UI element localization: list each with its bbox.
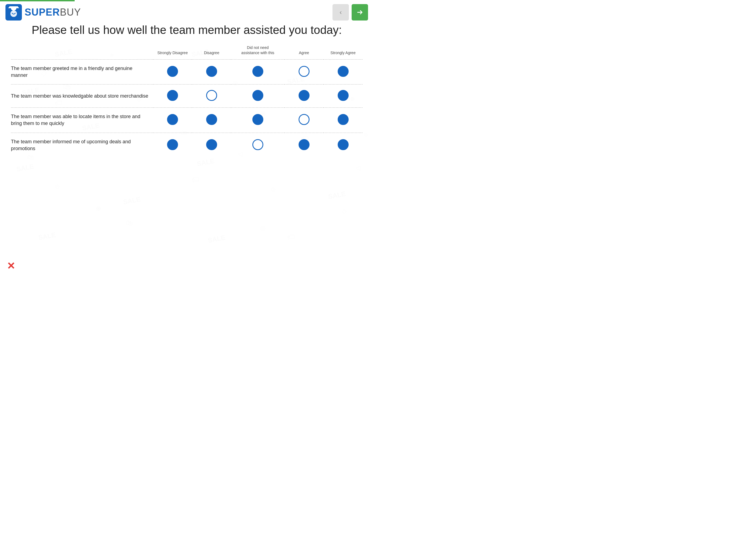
radio-agree-3[interactable] xyxy=(299,139,310,150)
radio-cell-did_not_need-0[interactable] xyxy=(231,59,284,84)
radio-strongly_disagree-0[interactable] xyxy=(167,66,178,77)
column-header-strongly-agree: Strongly Agree xyxy=(324,45,363,59)
logo-super: SUPER xyxy=(25,6,60,18)
survey-row: The team member greeted me in a friendly… xyxy=(11,59,363,84)
survey-row: The team member was knowledgable about s… xyxy=(11,84,363,108)
forward-button[interactable] xyxy=(352,4,368,21)
radio-agree-1[interactable] xyxy=(299,90,310,101)
radio-cell-disagree-0[interactable] xyxy=(192,59,231,84)
close-button[interactable]: ✕ xyxy=(7,260,15,272)
radio-agree-0[interactable] xyxy=(299,66,310,77)
radio-cell-strongly_agree-2[interactable] xyxy=(324,108,363,133)
survey-header-row: Strongly Disagree Disagree Did not needa… xyxy=(11,45,363,59)
radio-strongly_agree-0[interactable] xyxy=(338,66,349,77)
logo-icon xyxy=(5,4,22,21)
radio-cell-strongly_disagree-3[interactable] xyxy=(153,133,192,157)
column-header-question xyxy=(11,45,153,59)
radio-cell-did_not_need-3[interactable] xyxy=(231,133,284,157)
radio-strongly_disagree-1[interactable] xyxy=(167,90,178,101)
radio-cell-strongly_disagree-0[interactable] xyxy=(153,59,192,84)
radio-cell-disagree-1[interactable] xyxy=(192,84,231,108)
column-header-did-not-need: Did not needassistance with this xyxy=(231,45,284,59)
radio-did_not_need-3[interactable] xyxy=(252,139,263,150)
radio-cell-strongly_disagree-1[interactable] xyxy=(153,84,192,108)
logo-text: SUPERBUY xyxy=(25,6,81,18)
logo-area: SUPERBUY xyxy=(5,4,81,21)
radio-did_not_need-2[interactable] xyxy=(252,114,263,125)
column-header-strongly-disagree: Strongly Disagree xyxy=(153,45,192,59)
radio-cell-strongly_agree-0[interactable] xyxy=(324,59,363,84)
radio-disagree-0[interactable] xyxy=(206,66,217,77)
radio-cell-agree-2[interactable] xyxy=(284,108,324,133)
radio-strongly_agree-1[interactable] xyxy=(338,90,349,101)
svg-point-1 xyxy=(10,10,17,17)
progress-bar xyxy=(0,0,75,1)
radio-cell-strongly_disagree-2[interactable] xyxy=(153,108,192,133)
survey-row: The team member was able to locate items… xyxy=(11,108,363,133)
survey-table: Strongly Disagree Disagree Did not needa… xyxy=(11,45,363,157)
radio-strongly_disagree-2[interactable] xyxy=(167,114,178,125)
survey-row: The team member informed me of upcoming … xyxy=(11,133,363,157)
question-cell-3: The team member informed me of upcoming … xyxy=(11,133,153,157)
radio-disagree-2[interactable] xyxy=(206,114,217,125)
radio-cell-agree-0[interactable] xyxy=(284,59,324,84)
question-cell-1: The team member was knowledgable about s… xyxy=(11,84,153,108)
radio-disagree-3[interactable] xyxy=(206,139,217,150)
radio-cell-agree-1[interactable] xyxy=(284,84,324,108)
radio-strongly_agree-2[interactable] xyxy=(338,114,349,125)
radio-cell-strongly_agree-3[interactable] xyxy=(324,133,363,157)
back-button[interactable]: ‹ xyxy=(333,4,349,21)
radio-strongly_disagree-3[interactable] xyxy=(167,139,178,150)
radio-did_not_need-1[interactable] xyxy=(252,90,263,101)
radio-did_not_need-0[interactable] xyxy=(252,66,263,77)
radio-disagree-1[interactable] xyxy=(206,90,217,101)
header: SUPERBUY ‹ xyxy=(0,0,374,23)
radio-agree-2[interactable] xyxy=(299,114,310,125)
radio-cell-disagree-3[interactable] xyxy=(192,133,231,157)
radio-cell-did_not_need-1[interactable] xyxy=(231,84,284,108)
question-cell-0: The team member greeted me in a friendly… xyxy=(11,59,153,84)
radio-cell-did_not_need-2[interactable] xyxy=(231,108,284,133)
page-title: Please tell us how well the team member … xyxy=(11,23,363,37)
radio-strongly_agree-3[interactable] xyxy=(338,139,349,150)
column-header-disagree: Disagree xyxy=(192,45,231,59)
logo-buy: BUY xyxy=(60,6,81,18)
radio-cell-strongly_agree-1[interactable] xyxy=(324,84,363,108)
radio-cell-agree-3[interactable] xyxy=(284,133,324,157)
question-cell-2: The team member was able to locate items… xyxy=(11,108,153,133)
radio-cell-disagree-2[interactable] xyxy=(192,108,231,133)
nav-buttons: ‹ xyxy=(333,4,368,21)
column-header-agree: Agree xyxy=(284,45,324,59)
main-content: Please tell us how well the team member … xyxy=(0,23,374,163)
